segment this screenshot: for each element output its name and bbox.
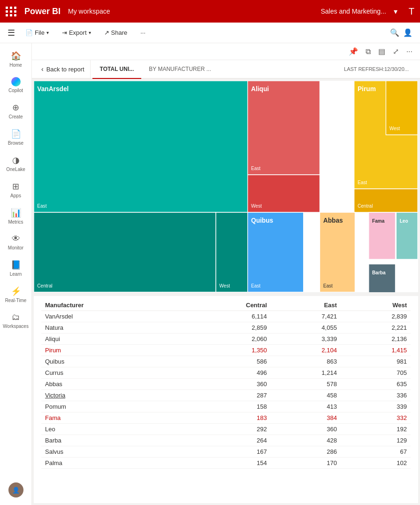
sidebar-item-workspaces[interactable]: 🗂 Workspaces: [2, 309, 30, 333]
apps-icon: ⊞: [12, 181, 19, 192]
cell-west: 2,839: [341, 311, 411, 322]
cell-west: 981: [341, 356, 411, 367]
cell-east: 1,214: [271, 367, 341, 379]
cell-manufacturer: Barba: [41, 435, 183, 446]
main-layout: 🏠 Home Copilot ⊕ Create 📄 Browse ◑ OneLa…: [0, 43, 420, 505]
search-icon[interactable]: 🔍: [390, 28, 399, 37]
sidebar-item-home[interactable]: 🏠 Home: [2, 47, 30, 71]
cell-west: 339: [341, 401, 411, 412]
table-row[interactable]: Victoria287458336: [41, 390, 411, 401]
table-row[interactable]: Abbas360578635: [41, 379, 411, 390]
table-row[interactable]: Pomum158413339: [41, 401, 411, 412]
table-row[interactable]: Currus4961,214705: [41, 367, 411, 379]
cell-manufacturer: Natura: [41, 322, 183, 334]
cell-central: 158: [183, 401, 271, 412]
cell-manufacturer: Pomum: [41, 401, 183, 412]
table-row[interactable]: Salvus16728667: [41, 446, 411, 458]
onelake-icon: ◑: [12, 155, 20, 165]
table-row[interactable]: Natura2,8594,0552,221: [41, 322, 411, 334]
sidebar-item-onelake[interactable]: ◑ OneLake: [2, 151, 30, 176]
more-button[interactable]: ···: [137, 27, 148, 38]
filter-icon[interactable]: ▤: [376, 46, 387, 57]
svg-text:Barba: Barba: [372, 270, 386, 276]
copy-visual-icon[interactable]: ⧉: [364, 47, 373, 57]
cell-central: 2,060: [183, 334, 271, 345]
cell-central: 264: [183, 435, 271, 446]
table-row[interactable]: Quibus586863981: [41, 356, 411, 367]
cell-manufacturer: Salvus: [41, 446, 183, 458]
avatar[interactable]: 👤: [8, 482, 23, 497]
tab-by-manufacturer[interactable]: BY MANUFACTURER ...: [141, 60, 218, 79]
file-chevron-icon: ▾: [46, 30, 49, 35]
table-row[interactable]: Fama183384332: [41, 412, 411, 424]
file-icon: 📄: [25, 29, 33, 36]
hamburger-icon[interactable]: ☰: [8, 28, 15, 38]
account-icon[interactable]: 👤: [403, 28, 412, 37]
table-row[interactable]: Leo292360192: [41, 424, 411, 435]
table-row[interactable]: VanArsdel6,1147,4212,839: [41, 311, 411, 322]
workspaces-icon: 🗂: [12, 312, 20, 322]
copilot-icon: [11, 77, 21, 86]
tab-bar: ‹ Back to report TOTAL UNI... BY MANUFAC…: [32, 60, 420, 79]
tab-last-refresh: LAST REFRESH:12/30/20...: [336, 60, 416, 79]
cell-east: 2,104: [271, 345, 341, 356]
table-row[interactable]: Palma154170102: [41, 458, 411, 469]
data-table: Manufacturer Central East West VanArsdel…: [41, 300, 411, 469]
cell-central: 287: [183, 390, 271, 401]
more-options-icon[interactable]: ···: [405, 47, 414, 57]
sidebar: 🏠 Home Copilot ⊕ Create 📄 Browse ◑ OneLa…: [0, 43, 32, 505]
share-icon: ↗: [104, 29, 109, 36]
cell-manufacturer: Currus: [41, 367, 183, 379]
apps-grid-icon[interactable]: [6, 7, 17, 16]
svg-rect-31: [320, 212, 355, 292]
cell-west: 332: [341, 412, 411, 424]
table-row[interactable]: Pirum1,3502,1041,415: [41, 345, 411, 356]
table-row[interactable]: Barba264428129: [41, 435, 411, 446]
cell-manufacturer: Aliqui: [41, 334, 183, 345]
svg-rect-26: [248, 212, 304, 292]
svg-text:Central: Central: [358, 203, 373, 209]
treemap-visual[interactable]: VanArsdelEastCentralWestNaturaEastCentra…: [34, 81, 418, 292]
workspace-label[interactable]: My workspace: [68, 8, 110, 15]
sidebar-item-browse[interactable]: 📄 Browse: [2, 125, 30, 149]
cell-central: 6,114: [183, 311, 271, 322]
back-arrow-icon: ‹: [41, 65, 44, 73]
cell-east: 286: [271, 446, 341, 458]
secondary-toolbar: ☰ 📄 File ▾ ⇥ Export ▾ ↗ Share ··· 🔍 👤: [0, 23, 420, 43]
cell-central: 167: [183, 446, 271, 458]
cell-west: 192: [341, 424, 411, 435]
cell-manufacturer: Victoria: [41, 390, 183, 401]
share-button[interactable]: ↗ Share: [101, 27, 130, 38]
cell-east: 170: [271, 458, 341, 469]
svg-rect-3: [34, 212, 216, 292]
table-row[interactable]: Aliqui2,0603,3392,136: [41, 334, 411, 345]
cell-central: 1,350: [183, 345, 271, 356]
file-button[interactable]: 📄 File ▾: [23, 27, 52, 38]
export-button[interactable]: ⇥ Export ▾: [59, 27, 94, 38]
svg-rect-14: [248, 81, 320, 175]
cell-east: 863: [271, 356, 341, 367]
report-dropdown-icon[interactable]: ▾: [394, 7, 397, 16]
col-west: West: [341, 300, 411, 311]
cell-manufacturer: Abbas: [41, 379, 183, 390]
svg-text:Abbas: Abbas: [323, 216, 343, 224]
back-to-report-button[interactable]: ‹ Back to report: [36, 60, 91, 78]
sidebar-item-monitor[interactable]: 👁 Monitor: [2, 230, 30, 254]
cell-central: 360: [183, 379, 271, 390]
svg-text:Aliqui: Aliqui: [251, 85, 269, 93]
cell-central: 154: [183, 458, 271, 469]
svg-text:Quibus: Quibus: [251, 216, 273, 224]
sidebar-item-apps[interactable]: ⊞ Apps: [2, 178, 30, 202]
cell-west: 102: [341, 458, 411, 469]
sidebar-item-learn[interactable]: 📘 Learn: [2, 256, 30, 280]
svg-text:East: East: [358, 179, 367, 186]
sidebar-item-realtime[interactable]: ⚡ Real-Time: [2, 282, 30, 307]
sidebar-item-metrics[interactable]: 📊 Metrics: [2, 204, 30, 228]
sidebar-item-create[interactable]: ⊕ Create: [2, 99, 30, 123]
sidebar-item-copilot[interactable]: Copilot: [2, 73, 30, 97]
report-title: Sales and Marketing...: [321, 8, 386, 15]
cell-east: 413: [271, 401, 341, 412]
tab-total-units[interactable]: TOTAL UNI...: [92, 60, 142, 79]
pin-icon[interactable]: 📌: [347, 46, 360, 57]
focus-mode-icon[interactable]: ⤢: [391, 46, 401, 57]
